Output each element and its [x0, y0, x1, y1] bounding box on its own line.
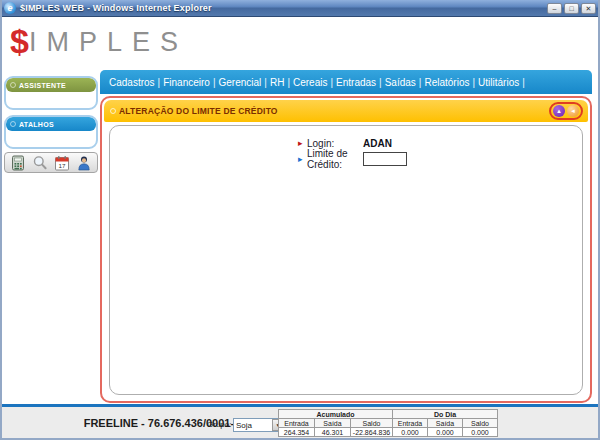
table-header-cell: Entrada: [279, 419, 315, 428]
calendar-day: 17: [59, 161, 66, 168]
menu-separator: |: [158, 77, 161, 88]
browser-window: e $IMPLES WEB - Windows Internet Explore…: [0, 0, 600, 440]
acumulado-table: Acumulado Entrada Saída Saldo 264.354 46…: [278, 409, 393, 437]
assistente-panel: ASSISTENTE: [4, 76, 98, 110]
search-icon[interactable]: [32, 155, 48, 171]
back-button[interactable]: ◄: [567, 105, 579, 117]
red-bullet-icon: ▸: [298, 138, 307, 148]
assistente-header[interactable]: ASSISTENTE: [6, 78, 96, 92]
table-value-cell: 0.000: [428, 428, 463, 437]
maximize-button[interactable]: □: [564, 3, 579, 14]
table-header-cell: Saldo: [463, 419, 498, 428]
atalhos-header[interactable]: ATALHOS: [6, 117, 96, 131]
main-menu-bar: Cadastros| Financeiro| Gerencial| RH| Ce…: [100, 70, 592, 94]
login-label: Login:: [307, 138, 363, 149]
collapse-up-button[interactable]: ▲: [553, 105, 565, 117]
table-header-cell: Saldo: [351, 419, 393, 428]
table-value-cell: 264.354: [279, 428, 315, 437]
panel-title-bar: ALTERAÇÃO DO LIMITE DE CRÉDITO ▲ ◄: [104, 100, 588, 122]
menu-separator: |: [379, 77, 382, 88]
window-title: $IMPLES WEB - Windows Internet Explorer: [20, 3, 547, 13]
menu-item-gerencial[interactable]: Gerencial: [219, 77, 262, 88]
limite-credito-input[interactable]: [363, 152, 407, 166]
do-dia-table: Do Dia Entrada Saída Saldo 0.000 0.000 0…: [392, 409, 498, 437]
app-logo: $IMPLES: [10, 22, 188, 61]
table-header-cell: Saída: [315, 419, 351, 428]
table-header-cell: Saída: [428, 419, 463, 428]
title-bar[interactable]: e $IMPLES WEB - Windows Internet Explore…: [0, 0, 600, 17]
logo-dollar-sign: $: [10, 22, 29, 60]
ring-icon: [10, 82, 16, 88]
atalhos-panel: ATALHOS: [4, 115, 98, 149]
menu-item-utilitarios[interactable]: Utilitários: [478, 77, 519, 88]
table-header-cell: Entrada: [393, 419, 428, 428]
ring-icon: [10, 121, 16, 127]
assistente-label: ASSISTENTE: [19, 82, 66, 89]
table-value-cell: 0.000: [463, 428, 498, 437]
login-value: ADAN: [363, 138, 392, 149]
ring-icon: [110, 108, 116, 114]
menu-item-relatorios[interactable]: Relatórios: [424, 77, 469, 88]
menu-separator: |: [419, 77, 422, 88]
menu-separator: |: [264, 77, 267, 88]
grupo-selected-value: Soja: [234, 421, 272, 430]
calendar-icon[interactable]: 17: [54, 155, 70, 171]
panel-action-group: ▲ ◄: [549, 102, 583, 120]
table-value-cell: 46.301: [315, 428, 351, 437]
minimize-button[interactable]: –: [547, 3, 562, 14]
close-button[interactable]: ✕: [581, 3, 596, 14]
sidebar-toolbar: 17: [4, 152, 98, 173]
menu-separator: |: [330, 77, 333, 88]
blue-bullet-icon: ▸: [298, 154, 307, 164]
window-controls: – □ ✕: [547, 3, 596, 14]
limite-row: ▸ Limite de Crédito:: [298, 151, 407, 167]
user-icon[interactable]: [76, 155, 92, 171]
menu-separator: |: [213, 77, 216, 88]
menu-item-rh[interactable]: RH: [270, 77, 284, 88]
atalhos-label: ATALHOS: [19, 121, 54, 128]
table-title: Acumulado: [279, 410, 393, 419]
table-value-cell: -22.864.836: [351, 428, 393, 437]
limite-credito-label: Limite de Crédito:: [307, 148, 363, 170]
table-value-cell: 0.000: [393, 428, 428, 437]
calculator-icon[interactable]: [10, 155, 26, 171]
grupo-label: Grupo:: [207, 420, 231, 429]
status-bar: FREELINE - 76.676.436/0001-67 Grupo: Soj…: [0, 407, 600, 440]
menu-item-financeiro[interactable]: Financeiro: [163, 77, 210, 88]
logo-text: IMPLES: [29, 27, 188, 57]
menu-item-entradas[interactable]: Entradas: [336, 77, 376, 88]
form-panel: ▸ Login: ADAN ▸ Limite de Crédito:: [109, 125, 583, 395]
credit-limit-form: ▸ Login: ADAN ▸ Limite de Crédito:: [298, 135, 407, 167]
menu-item-cadastros[interactable]: Cadastros: [109, 77, 155, 88]
panel-title: ALTERAÇÃO DO LIMITE DE CRÉDITO: [119, 106, 549, 116]
menu-separator: |: [472, 77, 475, 88]
table-title: Do Dia: [393, 410, 498, 419]
menu-item-saidas[interactable]: Saídas: [385, 77, 416, 88]
menu-item-cereais[interactable]: Cereais: [293, 77, 327, 88]
content-panel: ALTERAÇÃO DO LIMITE DE CRÉDITO ▲ ◄ ▸ Log…: [100, 96, 592, 403]
menu-separator: |: [287, 77, 290, 88]
menu-separator: |: [522, 77, 525, 88]
internet-explorer-icon: e: [4, 2, 16, 14]
